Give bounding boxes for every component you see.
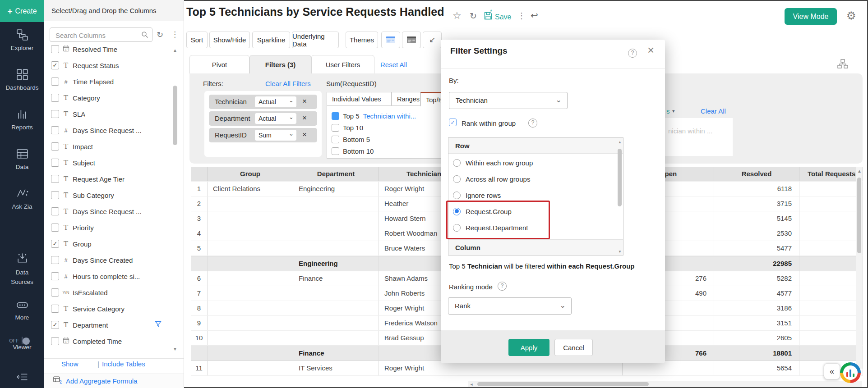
checkbox[interactable] [51,272,59,280]
compact-view-icon-button[interactable] [381,32,400,48]
radio-icon[interactable] [453,224,461,232]
remove-filter-icon[interactable]: × [302,130,307,139]
scroll-left-icon[interactable]: ◂ [468,381,475,388]
settings-gear-icon[interactable]: ⚙ [846,9,856,22]
field-row[interactable]: T Priority [44,219,171,236]
chip-mode-select[interactable]: Actual⌄ [255,113,296,124]
field-row[interactable]: # Days Since Created [44,252,171,268]
underlying-data-button[interactable]: Underlying Data [292,32,339,48]
checkbox[interactable] [51,207,59,215]
refresh-columns-icon[interactable]: ↻ [157,30,163,40]
undo-icon[interactable]: ↩ [531,10,538,21]
more-options-kebab-icon[interactable]: ⋮ [517,11,526,21]
sparkline-button[interactable]: Sparkline [252,32,290,48]
field-row[interactable]: T Sub Category [44,187,171,203]
field-row[interactable]: # Days Since Request ... [44,122,171,138]
field-row[interactable]: # Hours to complete si... [44,268,171,284]
reset-all-link[interactable]: Reset All [380,61,407,68]
ranking-mode-dropdown[interactable]: Rank ⌄ [448,297,572,315]
field-row[interactable]: T Subject [44,155,171,171]
col-header-department[interactable]: Department [293,167,379,181]
top5-settings-link[interactable]: Technician withi... [363,112,416,120]
checkbox-checked[interactable] [51,240,59,248]
clear-all-filters-link[interactable]: Clear All Filters [265,80,311,87]
checkbox[interactable] [51,159,59,167]
field-row[interactable]: # Time Elapsed [44,73,171,90]
tab-user-filters[interactable]: User Filters [311,55,374,74]
radio-within-each-row-group[interactable]: Within each row group [453,158,533,168]
listbox-scrollbar-thumb[interactable] [618,149,622,206]
add-aggregate-link[interactable]: Add Aggregate Formula [66,377,137,385]
checkbox[interactable] [51,175,59,183]
sidebar-item-data[interactable]: Data [0,148,44,170]
remove-filter-icon[interactable]: × [302,114,307,123]
checkbox[interactable] [51,191,59,199]
scroll-up-icon[interactable]: ▲ [856,168,863,174]
col-header-total[interactable]: Total Requests [799,167,863,181]
filter-chip-department[interactable]: Department Actual⌄ × [209,111,317,126]
rank-within-group-checkbox[interactable]: ✓ [449,119,457,126]
checkbox[interactable] [51,337,59,345]
checkbox[interactable] [332,136,339,143]
radio-request-group[interactable]: Request.Group [453,206,512,216]
include-tables-link[interactable]: Include Tables [102,360,145,368]
checkbox[interactable] [51,78,59,86]
sidebar-item-reports[interactable]: Reports [0,108,44,131]
sort-button[interactable]: Sort [186,32,208,48]
filter-funnel-icon[interactable] [155,321,162,329]
search-columns-box[interactable] [50,27,152,42]
close-icon[interactable]: × [647,44,654,56]
chip-mode-select[interactable]: Actual⌄ [255,96,296,107]
option-top-10[interactable]: Top 10 [332,124,363,132]
zoho-analytics-logo[interactable] [840,362,861,383]
by-field-dropdown[interactable]: Technician ⌄ [449,92,568,109]
table-vscroll-thumb[interactable] [857,178,861,253]
checkbox[interactable] [51,256,59,264]
checkbox[interactable] [51,126,59,134]
option-bottom-5[interactable]: Bottom 5 [332,136,370,143]
checkbox[interactable] [51,110,59,118]
filter-chip-requestid[interactable]: RequestID Sum⌄ × [209,128,317,142]
tab-filters[interactable]: Filters (3) [249,55,311,74]
add-aggregate-bar[interactable]: Σ Add Aggregate Formula [44,374,184,388]
hierarchy-view-icon[interactable] [837,59,848,71]
clear-all-link[interactable]: Clear All [701,107,726,115]
radio-icon[interactable] [453,159,461,167]
radio-ignore-rows[interactable]: Ignore rows [453,190,501,200]
field-row[interactable]: T Days Since Request ... [44,203,171,219]
field-row[interactable]: T Group [44,236,171,252]
columns-menu-kebab-icon[interactable]: ⋮ [171,30,179,39]
filter-chip-technician[interactable]: Technician Actual⌄ × [209,95,317,109]
checkbox[interactable] [51,45,59,53]
col-header-resolved[interactable]: Resolved [714,167,799,181]
radio-across-all-row-groups[interactable]: Across all row groups [453,174,530,184]
option-bottom-10[interactable]: Bottom 10 [332,147,374,155]
sidebar-item-viewer[interactable]: OFF Viewer [0,337,44,351]
collapse-sidebar-button[interactable] [0,371,44,386]
checkbox[interactable] [51,224,59,232]
viewer-toggle[interactable]: OFF [22,337,23,344]
table-hscroll-thumb[interactable] [477,382,649,386]
full-view-icon-button[interactable] [402,32,421,48]
collapse-panel-arrow-icon[interactable]: ↙ [423,32,442,48]
option-top-5[interactable]: Top 5 Technician withi... [332,112,416,120]
help-icon[interactable]: ? [528,119,537,128]
sidebar-item-data-sources[interactable]: Data Sources [0,252,44,287]
checkbox[interactable] [51,142,59,151]
collapse-right-panel-button[interactable]: « [824,363,840,379]
scroll-up-icon[interactable]: ▲ [617,139,623,146]
checkbox[interactable] [51,288,59,297]
refresh-report-icon[interactable]: ↻ [470,11,477,21]
favorite-star-icon[interactable]: ☆ [452,10,462,22]
save-icon[interactable]: * [484,11,493,22]
scroll-down-icon[interactable]: ▼ [617,249,623,255]
field-row[interactable]: T Service Category [44,301,171,317]
cancel-button[interactable]: Cancel [554,339,593,356]
search-input[interactable] [55,29,138,41]
tab-pivot[interactable]: Pivot [189,55,249,74]
show-hide-button[interactable]: Show/Hide [209,32,250,48]
themes-button[interactable]: Themes [346,32,378,48]
field-row[interactable]: T Request Status [44,57,171,73]
create-button[interactable]: + Create [0,0,44,22]
apply-button[interactable]: Apply [508,339,549,356]
